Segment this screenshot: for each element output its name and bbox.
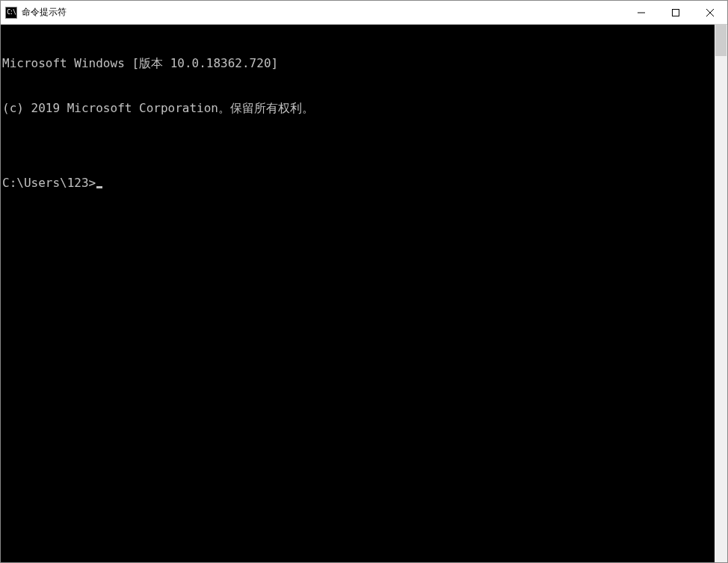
window-controls — [624, 1, 727, 24]
maximize-button[interactable] — [658, 1, 693, 24]
close-button[interactable] — [693, 1, 727, 24]
maximize-icon — [672, 9, 679, 16]
prompt-text: C:\Users\123> — [2, 176, 96, 190]
close-icon — [706, 9, 714, 16]
cmd-icon: C:\ — [5, 7, 17, 19]
window-title: 命令提示符 — [22, 6, 67, 19]
console-output[interactable]: Microsoft Windows [版本 10.0.18362.720] (c… — [1, 25, 715, 562]
titlebar-left: C:\ 命令提示符 — [1, 6, 67, 19]
minimize-icon — [638, 9, 645, 16]
cmd-icon-label: C:\ — [7, 10, 15, 16]
console-line-prompt: C:\Users\123> — [2, 176, 715, 191]
minimize-button[interactable] — [624, 1, 658, 24]
console-line-copyright: (c) 2019 Microsoft Corporation。保留所有权利。 — [2, 101, 715, 116]
vertical-scrollbar[interactable] — [715, 25, 727, 562]
content-area: Microsoft Windows [版本 10.0.18362.720] (c… — [1, 25, 727, 562]
text-cursor — [96, 186, 102, 188]
svg-rect-1 — [673, 9, 679, 16]
scrollbar-thumb[interactable] — [715, 25, 727, 56]
window-titlebar: C:\ 命令提示符 — [1, 1, 727, 25]
console-line-version: Microsoft Windows [版本 10.0.18362.720] — [2, 56, 715, 71]
